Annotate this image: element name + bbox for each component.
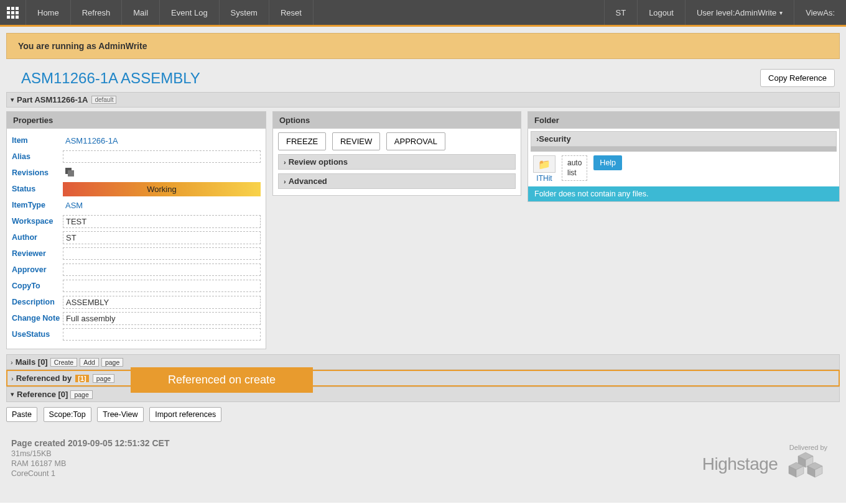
approval-button[interactable]: APPROVAL — [386, 132, 445, 150]
label-status[interactable]: Status — [12, 185, 63, 193]
folder-header: Folder — [528, 112, 839, 129]
folder-icon[interactable]: 📁 — [533, 155, 555, 173]
options-panel: Options FREEZE REVIEW APPROVAL ›Review o… — [272, 111, 521, 196]
nav-user-level[interactable]: User level:AdminWrite ▾ — [685, 0, 794, 25]
cubes-icon — [784, 451, 827, 484]
nav-mail[interactable]: Mail — [122, 0, 160, 25]
nav-reset[interactable]: Reset — [269, 0, 314, 25]
scope-button[interactable]: Scope:Top — [44, 407, 91, 422]
label-item[interactable]: Item — [12, 136, 63, 145]
value-alias[interactable] — [63, 150, 261, 163]
reference-label: Reference [0] — [17, 390, 68, 399]
reference-toolbar: Paste Scope:Top Tree-View Import referen… — [6, 402, 840, 424]
label-workspace[interactable]: Workspace — [12, 217, 63, 226]
refby-page-button[interactable]: page — [93, 374, 114, 383]
value-itemtype[interactable]: ASM — [63, 199, 261, 211]
label-itemtype[interactable]: ItemType — [12, 201, 63, 209]
security-header[interactable]: ›Security — [531, 131, 837, 147]
value-usestatus[interactable] — [63, 328, 261, 341]
folder-strip — [531, 147, 837, 152]
paste-button[interactable]: Paste — [6, 407, 37, 422]
label-author[interactable]: Author — [12, 233, 63, 242]
value-description[interactable]: ASSEMBLY — [63, 296, 261, 309]
properties-panel: Properties ItemASM11266-1A Alias Revisio… — [6, 111, 266, 349]
apps-grid-icon — [7, 7, 19, 19]
default-tag[interactable]: default — [91, 96, 116, 104]
chevron-right-icon: › — [284, 158, 286, 166]
value-reviewer[interactable] — [63, 247, 261, 260]
footer-logo: Delivered by Highstage — [702, 444, 827, 484]
folder-empty-msg: Folder does not contain any files. — [528, 186, 839, 201]
annotation-callout: Referenced on create — [131, 367, 313, 393]
mails-add-button[interactable]: Add — [80, 358, 99, 367]
chevron-right-icon[interactable]: › — [11, 359, 13, 366]
label-revisions[interactable]: Revisions — [12, 168, 63, 177]
nav-user-short[interactable]: ST — [604, 0, 638, 25]
chevron-right-icon[interactable]: › — [11, 375, 14, 382]
value-copyto[interactable] — [63, 280, 261, 292]
refby-label: Referenced by — [16, 373, 72, 383]
top-nav: Home Refresh Mail Event Log System Reset… — [0, 0, 846, 25]
import-references-button[interactable]: Import references — [149, 407, 221, 422]
advanced-header[interactable]: ›Advanced — [278, 173, 516, 189]
ithit-link[interactable]: ITHit — [536, 174, 552, 183]
nav-event-log[interactable]: Event Log — [160, 0, 220, 25]
help-button[interactable]: Help — [593, 155, 622, 170]
label-approver[interactable]: Approver — [12, 265, 63, 274]
chevron-down-icon[interactable]: ▾ — [11, 96, 14, 104]
label-usestatus[interactable]: UseStatus — [12, 330, 63, 339]
copy-reference-button[interactable]: Copy Reference — [760, 69, 835, 87]
value-approver[interactable] — [63, 263, 261, 276]
value-revisions[interactable] — [63, 167, 261, 180]
value-author[interactable]: ST — [63, 231, 261, 244]
options-header: Options — [273, 112, 521, 129]
auto-list-box[interactable]: auto list — [562, 155, 587, 181]
label-alias[interactable]: Alias — [12, 152, 63, 161]
nav-system[interactable]: System — [220, 0, 269, 25]
chevron-down-icon: ▾ — [779, 9, 783, 16]
mails-create-button[interactable]: Create — [50, 358, 78, 367]
tree-view-button[interactable]: Tree-View — [97, 407, 143, 422]
part-section-header: ▾ Part ASM11266-1A default — [6, 92, 840, 108]
page-title: ASM11266-1A ASSEMBLY — [21, 70, 200, 87]
review-options-header[interactable]: ›Review options — [278, 154, 516, 170]
freeze-button[interactable]: FREEZE — [278, 132, 326, 150]
mails-label: Mails [0] — [16, 357, 48, 367]
refby-count: [1] — [75, 375, 88, 382]
chevron-right-icon: › — [284, 178, 286, 185]
nav-home[interactable]: Home — [26, 0, 71, 25]
nav-logout[interactable]: Logout — [637, 0, 685, 25]
value-changenote[interactable]: Full assembly — [63, 312, 261, 325]
part-section-label: Part ASM11266-1A — [17, 95, 88, 104]
value-item[interactable]: ASM11266-1A — [63, 135, 261, 147]
label-description[interactable]: Description — [12, 298, 63, 306]
chevron-down-icon[interactable]: ▾ — [11, 390, 14, 398]
nav-refresh[interactable]: Refresh — [71, 0, 123, 25]
mails-page-button[interactable]: page — [101, 358, 123, 367]
apps-button[interactable] — [0, 0, 26, 25]
revisions-icon — [65, 168, 75, 176]
label-changenote[interactable]: Change Note — [12, 314, 63, 323]
admin-banner: You are running as AdminWrite — [6, 33, 840, 59]
folder-panel: Folder ›Security 📁 ITHit auto list Help … — [528, 111, 840, 202]
label-copyto[interactable]: CopyTo — [12, 282, 63, 290]
page-footer: Page created 2019-09-05 12:51:32 CET 31m… — [6, 424, 840, 497]
reference-page-button[interactable]: page — [70, 390, 92, 399]
label-reviewer[interactable]: Reviewer — [12, 249, 63, 258]
status-badge: Working — [63, 182, 261, 196]
properties-header: Properties — [7, 112, 266, 129]
review-button[interactable]: REVIEW — [332, 132, 380, 150]
nav-view-as[interactable]: ViewAs: — [794, 0, 846, 25]
value-workspace[interactable]: TEST — [63, 215, 261, 228]
